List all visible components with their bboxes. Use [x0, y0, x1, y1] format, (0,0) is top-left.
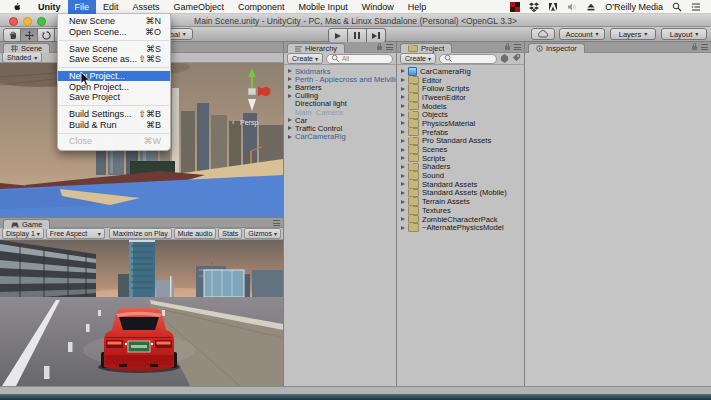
- menubar-item-unity[interactable]: Unity: [31, 0, 68, 14]
- notification-center-icon[interactable]: [691, 2, 701, 12]
- expand-arrow-icon[interactable]: [288, 135, 292, 139]
- expand-arrow-icon[interactable]: [401, 69, 405, 73]
- project-item-models[interactable]: Models: [397, 102, 524, 111]
- panel-menu-icon[interactable]: [514, 44, 521, 50]
- menubar-item-file[interactable]: File: [68, 0, 97, 14]
- search-by-label-icon[interactable]: [512, 54, 521, 63]
- expand-arrow-icon[interactable]: [401, 78, 405, 82]
- menu-item-new-scene[interactable]: New Scene⌘N: [58, 16, 170, 27]
- lock-icon[interactable]: [692, 46, 697, 50]
- step-button[interactable]: [367, 28, 386, 43]
- project-item-shaders[interactable]: Shaders: [397, 163, 524, 172]
- hierarchy-item-main-camera[interactable]: Main_Camera: [284, 108, 396, 116]
- project-item-standard-assets-mobile[interactable]: Standard Assets (Mobile): [397, 189, 524, 198]
- hierarchy-search-input[interactable]: All: [326, 54, 393, 64]
- spotlight-search-icon[interactable]: [672, 2, 682, 12]
- expand-arrow-icon[interactable]: [288, 126, 292, 130]
- menu-item-build-settings[interactable]: Build Settings...⇧⌘B: [58, 109, 170, 120]
- project-item-zombiecharacterpack[interactable]: ZombieCharacterPack: [397, 215, 524, 224]
- apple-icon[interactable]: [12, 2, 21, 11]
- expand-arrow-icon[interactable]: [401, 165, 405, 169]
- menubar-item-mobile-input[interactable]: Mobile Input: [292, 0, 355, 14]
- menubar-item-edit[interactable]: Edit: [96, 0, 126, 14]
- lock-icon[interactable]: [377, 46, 382, 50]
- rotate-tool-button[interactable]: [38, 28, 55, 42]
- menu-item-open-project[interactable]: Open Project...: [58, 81, 170, 92]
- expand-arrow-icon[interactable]: [401, 95, 405, 99]
- project-create-button[interactable]: Create▾: [400, 53, 436, 64]
- game-button-gizmos[interactable]: Gizmos▾: [244, 228, 281, 239]
- volume-muted-icon[interactable]: [567, 2, 577, 12]
- game-button-stats[interactable]: Stats: [218, 228, 242, 239]
- menubar-item-assets[interactable]: Assets: [126, 0, 167, 14]
- play-button[interactable]: [328, 28, 348, 43]
- account-dropdown[interactable]: Account▾: [559, 28, 605, 40]
- project-item-prefabs[interactable]: Prefabs: [397, 128, 524, 137]
- eject-icon[interactable]: [586, 2, 596, 12]
- hierarchy-item-traffic-control[interactable]: Traffic Control: [284, 124, 396, 132]
- expand-arrow-icon[interactable]: [401, 121, 405, 125]
- expand-arrow-icon[interactable]: [288, 69, 292, 73]
- project-item-editor[interactable]: Editor: [397, 76, 524, 85]
- tab-hierarchy[interactable]: Hierarchy: [287, 43, 345, 53]
- project-item-standard-assets[interactable]: Standard Assets: [397, 180, 524, 189]
- game-viewport[interactable]: [0, 240, 283, 386]
- display-dropdown[interactable]: Display 1▾: [2, 228, 44, 239]
- project-item-objects[interactable]: Objects: [397, 110, 524, 119]
- project-item-alternatephysicsmodel[interactable]: ~AlternatePhysicsModel: [397, 223, 524, 232]
- screen-grid-icon[interactable]: [510, 2, 520, 12]
- project-item-terrain-assets[interactable]: Terrain Assets: [397, 197, 524, 206]
- hierarchy-item-culling[interactable]: Culling: [284, 92, 396, 100]
- project-item-scripts[interactable]: Scripts: [397, 154, 524, 163]
- search-by-type-icon[interactable]: [500, 54, 509, 63]
- hierarchy-item-perth-applecross-and-melville[interactable]: Perth - Applecross and Melville: [284, 75, 396, 83]
- expand-arrow-icon[interactable]: [401, 87, 405, 91]
- expand-arrow-icon[interactable]: [401, 139, 405, 143]
- tab-game[interactable]: Game: [3, 219, 50, 229]
- expand-arrow-icon[interactable]: [288, 94, 292, 98]
- project-item-carcamerarig[interactable]: CarCameraRig: [397, 67, 524, 76]
- expand-arrow-icon[interactable]: [288, 77, 292, 81]
- menu-item-save-scene-as[interactable]: Save Scene as...⇧⌘S: [58, 54, 170, 65]
- hierarchy-item-barriers[interactable]: Barriers: [284, 83, 396, 91]
- hierarchy-item-car[interactable]: Car: [284, 116, 396, 124]
- hierarchy-item-directional-light[interactable]: Directional light: [284, 100, 396, 108]
- menu-item-build-run[interactable]: Build & Run⌘B: [58, 119, 170, 130]
- tab-project[interactable]: Project: [400, 43, 452, 53]
- menu-item-save-project[interactable]: Save Project: [58, 92, 170, 103]
- menubar-item-component[interactable]: Component: [231, 0, 292, 14]
- project-item-pro-standard-assets[interactable]: Pro Standard Assets: [397, 137, 524, 146]
- menubar-item-window[interactable]: Window: [355, 0, 401, 14]
- menubar-user-label[interactable]: O'Reilly Media: [605, 2, 663, 12]
- menubar-item-help[interactable]: Help: [401, 0, 434, 14]
- hand-tool-button[interactable]: [3, 28, 21, 42]
- panel-menu-icon[interactable]: [701, 44, 708, 50]
- expand-arrow-icon[interactable]: [401, 174, 405, 178]
- expand-arrow-icon[interactable]: [401, 156, 405, 160]
- project-item-itweeneditor[interactable]: iTweenEditor: [397, 93, 524, 102]
- move-tool-button[interactable]: [21, 28, 38, 42]
- hierarchy-item-carcamerarig[interactable]: CarCameraRig: [284, 133, 396, 141]
- lock-icon[interactable]: [505, 46, 510, 50]
- project-search-input[interactable]: [439, 54, 497, 64]
- project-item-physicsmaterial[interactable]: PhysicsMaterial: [397, 119, 524, 128]
- menu-item-save-scene[interactable]: Save Scene⌘S: [58, 43, 170, 54]
- dropbox-icon[interactable]: [529, 2, 539, 12]
- tab-inspector[interactable]: Inspector: [528, 43, 585, 53]
- expand-arrow-icon[interactable]: [401, 200, 405, 204]
- hierarchy-create-button[interactable]: Create▾: [287, 53, 323, 64]
- project-item-follow-scripts[interactable]: Follow Scripts: [397, 84, 524, 93]
- expand-arrow-icon[interactable]: [401, 113, 405, 117]
- project-item-sound[interactable]: Sound: [397, 171, 524, 180]
- project-item-scenes[interactable]: Scenes: [397, 145, 524, 154]
- menu-item-new-project[interactable]: New Project...: [58, 71, 170, 82]
- expand-arrow-icon[interactable]: [401, 182, 405, 186]
- layout-dropdown[interactable]: Layout▾: [661, 28, 707, 40]
- panel-menu-icon[interactable]: [273, 220, 280, 226]
- expand-arrow-icon[interactable]: [401, 104, 405, 108]
- pause-button[interactable]: [348, 28, 367, 43]
- expand-arrow-icon[interactable]: [401, 226, 405, 230]
- expand-arrow-icon[interactable]: [401, 130, 405, 134]
- adobe-icon[interactable]: [548, 2, 558, 12]
- hierarchy-item-skidmarks[interactable]: Skidmarks: [284, 67, 396, 75]
